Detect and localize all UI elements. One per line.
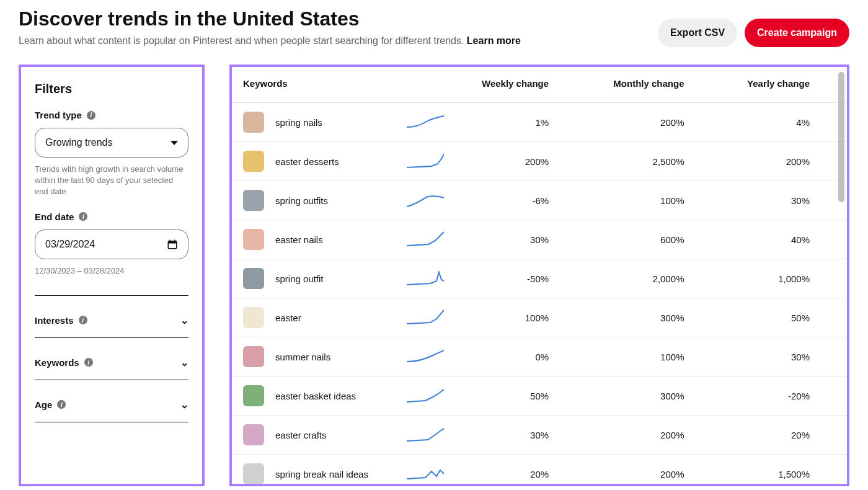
table-row[interactable]: summer nails 0% 100% 30% [232, 337, 847, 376]
trends-table: Keywords Weekly change Monthly change Ye… [232, 67, 847, 484]
sparkline [407, 465, 444, 483]
weekly-change: 50% [455, 376, 586, 416]
create-campaign-button[interactable]: Create campaign [745, 19, 849, 47]
col-yearly[interactable]: Yearly change [721, 67, 847, 103]
scrollbar[interactable] [838, 72, 844, 202]
yearly-change: 1,500% [721, 455, 847, 484]
keyword-text: easter crafts [275, 430, 327, 440]
monthly-change: 100% [586, 181, 721, 220]
page-subtitle: Learn about what content is popular on P… [19, 35, 521, 47]
col-monthly[interactable]: Monthly change [586, 67, 721, 103]
table-row[interactable]: easter desserts 200% 2,500% 200% [232, 142, 847, 181]
sparkline [407, 425, 444, 444]
col-weekly[interactable]: Weekly change [455, 67, 586, 103]
sparkline [407, 230, 444, 249]
end-date-value: 03/29/2024 [45, 239, 95, 250]
trends-table-panel: Keywords Weekly change Monthly change Ye… [229, 65, 849, 486]
weekly-change: 100% [455, 298, 586, 337]
trend-type-label: Trend type [35, 110, 82, 120]
keyword-text: easter desserts [275, 156, 339, 167]
age-section[interactable]: Age i ⌄ [35, 393, 188, 422]
yearly-change: 40% [721, 220, 847, 259]
end-date-range: 12/30/2023 – 03/28/2024 [35, 265, 188, 277]
weekly-change: -6% [455, 181, 586, 220]
keyword-text: easter [275, 313, 301, 323]
keyword-thumbnail [243, 385, 264, 406]
trend-type-dropdown[interactable]: Growing trends [35, 128, 188, 158]
keyword-text: easter nails [275, 234, 323, 245]
svg-rect-1 [168, 241, 177, 243]
end-date-input[interactable]: 03/29/2024 [35, 229, 188, 259]
end-date-label: End date [35, 212, 74, 222]
monthly-change: 200% [586, 103, 721, 142]
filters-heading: Filters [35, 82, 188, 96]
table-row[interactable]: spring outfits -6% 100% 30% [232, 181, 847, 220]
keyword-thumbnail [243, 151, 264, 172]
yearly-change: 30% [721, 181, 847, 220]
info-icon: i [84, 358, 93, 367]
chevron-down-icon: ⌄ [180, 357, 188, 368]
weekly-change: 20% [455, 455, 586, 484]
chevron-down-icon: ⌄ [180, 314, 188, 326]
monthly-change: 200% [586, 455, 721, 484]
keyword-thumbnail [243, 424, 264, 445]
keyword-text: spring outfit [275, 274, 324, 284]
sparkline [407, 269, 444, 288]
export-csv-button[interactable]: Export CSV [658, 19, 737, 47]
keywords-section[interactable]: Keywords i ⌄ [35, 350, 188, 380]
interests-section[interactable]: Interests i ⌄ [35, 308, 188, 338]
weekly-change: 0% [455, 337, 586, 376]
monthly-change: 300% [586, 298, 721, 337]
monthly-change: 2,500% [586, 142, 721, 181]
yearly-change: 1,000% [721, 259, 847, 298]
monthly-change: 600% [586, 220, 721, 259]
table-row[interactable]: easter basket ideas 50% 300% -20% [232, 376, 847, 416]
monthly-change: 200% [586, 416, 721, 455]
info-icon[interactable]: i [79, 212, 87, 221]
table-row[interactable]: easter 100% 300% 50% [232, 298, 847, 337]
monthly-change: 2,000% [586, 259, 721, 298]
keyword-thumbnail [243, 112, 264, 133]
table-row[interactable]: spring break nail ideas 20% 200% 1,500% [232, 455, 847, 484]
info-icon: i [57, 400, 66, 409]
yearly-change: 30% [721, 337, 847, 376]
interests-label: Interests [35, 315, 74, 326]
keyword-thumbnail [243, 229, 264, 250]
trend-type-value: Growing trends [45, 137, 113, 148]
monthly-change: 300% [586, 376, 721, 416]
table-row[interactable]: easter crafts 30% 200% 20% [232, 416, 847, 455]
table-row[interactable]: spring nails 1% 200% 4% [232, 103, 847, 142]
yearly-change: 50% [721, 298, 847, 337]
keyword-text: spring nails [275, 117, 322, 128]
table-row[interactable]: easter nails 30% 600% 40% [232, 220, 847, 259]
calendar-icon [167, 239, 178, 250]
sparkline [407, 152, 444, 171]
svg-rect-2 [170, 239, 171, 241]
trend-type-helper: Trends with high growth in search volume… [35, 164, 188, 198]
col-keywords[interactable]: Keywords [232, 67, 455, 103]
keyword-thumbnail [243, 346, 264, 367]
keyword-thumbnail [243, 190, 264, 211]
yearly-change: 20% [721, 416, 847, 455]
sparkline [407, 113, 444, 131]
keyword-thumbnail [243, 463, 264, 484]
yearly-change: 200% [721, 142, 847, 181]
info-icon: i [79, 316, 87, 324]
info-icon[interactable]: i [87, 111, 95, 120]
keyword-text: spring break nail ideas [275, 469, 368, 479]
yearly-change: -20% [721, 376, 847, 416]
filters-panel: Filters Trend type i Growing trends Tren… [19, 65, 205, 486]
sparkline [407, 308, 444, 327]
keyword-thumbnail [243, 268, 264, 289]
weekly-change: 30% [455, 416, 586, 455]
chevron-down-icon: ⌄ [180, 399, 188, 411]
learn-more-link[interactable]: Learn more [467, 35, 521, 46]
table-row[interactable]: spring outfit -50% 2,000% 1,000% [232, 259, 847, 298]
svg-rect-3 [174, 239, 175, 241]
keyword-text: spring outfits [275, 195, 328, 206]
weekly-change: 1% [455, 103, 586, 142]
keyword-text: easter basket ideas [275, 391, 356, 401]
weekly-change: 200% [455, 142, 586, 181]
sparkline [407, 191, 444, 210]
keywords-label: Keywords [35, 357, 79, 368]
